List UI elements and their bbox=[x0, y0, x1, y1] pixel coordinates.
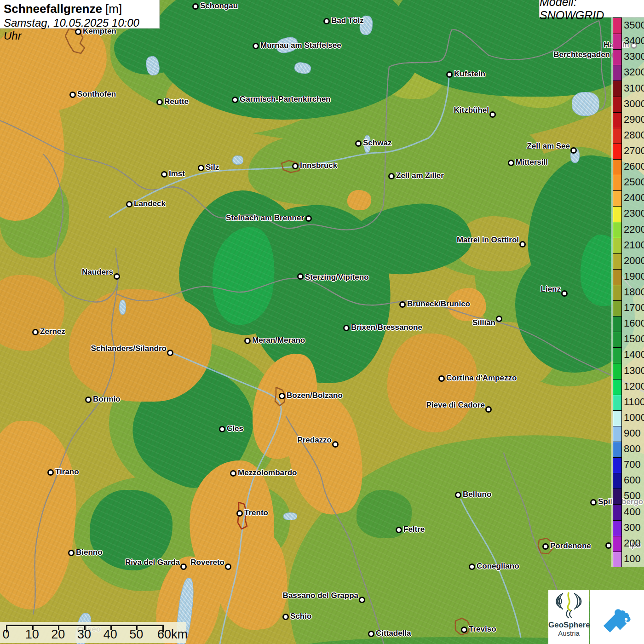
colorbar-segment bbox=[613, 347, 621, 363]
city-label: Riva del Garda bbox=[125, 558, 180, 567]
geosphere-logo-subtext: Austria bbox=[548, 629, 589, 637]
city-label: Feltre bbox=[403, 525, 425, 534]
city-label: Meran/Merano bbox=[252, 336, 305, 345]
colorbar-tick-label: 1000 bbox=[624, 412, 644, 424]
colorbar bbox=[613, 17, 622, 567]
colorbar-segment bbox=[613, 206, 621, 222]
colorbar-tick-label: 1500 bbox=[624, 333, 644, 345]
city-label: Sterzing/Vipiteno bbox=[305, 273, 369, 282]
city-marker bbox=[47, 469, 54, 476]
city-label: Bozen/Bolzano bbox=[287, 391, 343, 400]
colorbar-tick-label: 600 bbox=[624, 474, 641, 486]
city-label: Landeck bbox=[134, 199, 166, 208]
city-label: Mittersill bbox=[516, 158, 548, 167]
colorbar-tick-label: 1200 bbox=[624, 380, 644, 392]
colorbar-tick-label: 1700 bbox=[624, 302, 644, 314]
city-marker bbox=[192, 3, 199, 10]
colorbar-segment bbox=[613, 536, 621, 552]
colorbar-segment bbox=[613, 504, 621, 520]
city-label: Bad Tölz bbox=[331, 16, 364, 25]
city-label: Pieve di Cadore bbox=[426, 401, 485, 410]
colorbar-segment bbox=[613, 332, 621, 347]
colorbar-tick-label: 2000 bbox=[624, 255, 644, 267]
scale-bar-label: 0 bbox=[2, 627, 9, 642]
city-label: Sonthofen bbox=[77, 90, 116, 99]
city-marker bbox=[225, 564, 231, 570]
colorbar-segment bbox=[613, 112, 621, 128]
city-label: Reutte bbox=[164, 97, 189, 106]
colorbar-segment bbox=[613, 190, 621, 206]
city-label: Lienz bbox=[541, 285, 561, 294]
colorbar-segment bbox=[613, 395, 621, 410]
city-label: Murnau am Staffelsee bbox=[260, 41, 341, 50]
city-marker bbox=[323, 18, 330, 24]
city-label: Rovereto bbox=[190, 558, 224, 567]
city-marker bbox=[469, 564, 475, 570]
colorbar-segment bbox=[613, 285, 621, 300]
colorbar-segment bbox=[613, 410, 621, 426]
city-marker bbox=[485, 406, 492, 413]
city-marker bbox=[253, 43, 259, 49]
city-marker bbox=[180, 564, 187, 570]
geosphere-contour-icon bbox=[553, 590, 585, 619]
city-marker bbox=[69, 92, 76, 98]
geosphere-logo-text: GeoSphere bbox=[548, 621, 589, 629]
city-marker bbox=[244, 338, 251, 344]
colorbar-tick-label: 3200 bbox=[624, 66, 644, 78]
colorbar-tick-label: 3400 bbox=[624, 35, 644, 47]
city-label: Garmisch-Partenkirchen bbox=[240, 95, 330, 104]
city-label: Zernez bbox=[40, 327, 65, 336]
colorbar-tick-label: 400 bbox=[624, 506, 641, 518]
city-marker bbox=[305, 215, 312, 222]
city-marker bbox=[219, 426, 225, 432]
colorbar-tick-label: 300 bbox=[624, 522, 641, 534]
city-label: Innsbruck bbox=[300, 161, 337, 170]
city-label: Pordenone bbox=[550, 541, 591, 551]
title-main: Schneefallgrenze bbox=[4, 2, 102, 16]
scale-bar-label: 60km bbox=[157, 627, 188, 642]
city-label: Mezzolombardo bbox=[238, 468, 297, 477]
city-label: Berchtesgaden bbox=[553, 50, 610, 59]
city-marker bbox=[114, 273, 120, 280]
city-label: Kitzbühel bbox=[454, 106, 489, 115]
colorbar-segment bbox=[613, 144, 621, 159]
colorbar-segment bbox=[613, 520, 621, 536]
city-marker bbox=[236, 510, 243, 517]
city-marker bbox=[68, 550, 75, 556]
scale-bar-label: 20 bbox=[51, 627, 65, 642]
colorbar-segment bbox=[613, 379, 621, 395]
city-label: Brixen/Bressanone bbox=[351, 323, 422, 332]
scale-bar: 0102030405060km bbox=[0, 622, 186, 643]
scale-bar-label: 40 bbox=[104, 627, 117, 642]
colorbar-tick-label: 900 bbox=[624, 427, 641, 439]
city-label: Predazzo bbox=[297, 436, 332, 445]
colorbar-tick-label: 1100 bbox=[624, 396, 644, 408]
colorbar-tick-label: 2800 bbox=[624, 129, 644, 141]
colorbar-tick-label: 2600 bbox=[624, 161, 644, 172]
colorbar-segment bbox=[613, 175, 621, 190]
city-marker bbox=[508, 160, 514, 166]
colorbar-tick-label: 3300 bbox=[624, 51, 644, 63]
colorbar-segment bbox=[613, 159, 621, 175]
colorbar-tick-label: 500 bbox=[624, 490, 641, 502]
colorbar-tick-label: 2900 bbox=[624, 114, 644, 126]
city-label: Zell am Ziller bbox=[396, 171, 444, 180]
colorbar-tick-label: 200 bbox=[624, 537, 641, 549]
city-label: Schongau bbox=[200, 1, 238, 11]
colorbar-tick-label: 1300 bbox=[624, 365, 644, 377]
colorbar-segment bbox=[613, 80, 621, 96]
city-marker bbox=[605, 542, 612, 549]
city-marker bbox=[489, 111, 496, 118]
city-marker bbox=[161, 171, 167, 178]
colorbar-segment bbox=[613, 442, 621, 457]
city-marker bbox=[156, 99, 163, 105]
colorbar-tick-label: 2700 bbox=[624, 145, 644, 157]
city-marker bbox=[399, 301, 406, 308]
city-marker bbox=[167, 350, 173, 356]
city-label: Cittadella bbox=[376, 629, 411, 638]
city-marker bbox=[292, 163, 299, 169]
city-label: Cortina d'Ampezzo bbox=[446, 374, 517, 383]
colorbar-segment bbox=[613, 238, 621, 253]
colorbar-segment bbox=[613, 97, 621, 112]
city-label: Tirano bbox=[55, 467, 79, 477]
